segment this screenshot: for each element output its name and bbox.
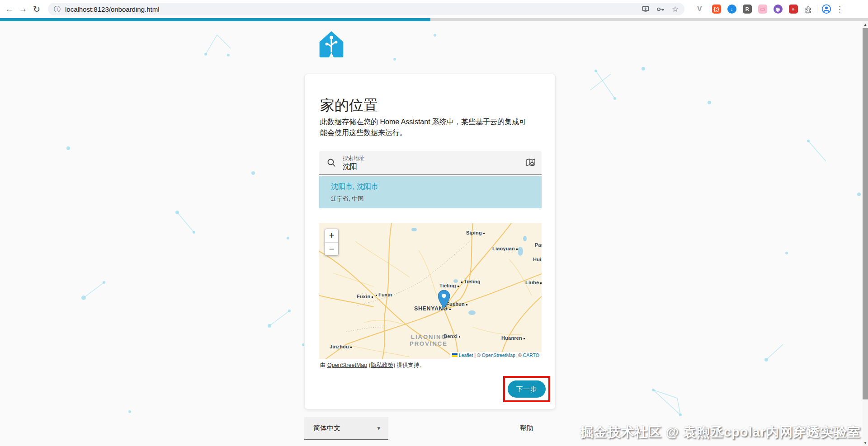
address-bar[interactable]: ⓘ localhost:8123/onboarding.html ☆ — [48, 3, 684, 15]
next-step-button[interactable]: 下一步 — [508, 380, 546, 398]
map-label-par: Par — [535, 242, 542, 248]
scrollbar-thumb[interactable] — [863, 28, 868, 399]
address-search-field[interactable]: 搜索地址 沈阳 — [319, 151, 542, 175]
json-formatter-extension-icon[interactable]: {;} — [712, 5, 721, 14]
leaflet-link[interactable]: Leaflet — [459, 352, 473, 358]
search-field-label: 搜索地址 — [343, 155, 364, 162]
map-label-fuxin: Fuxin — [357, 294, 374, 299]
tv-extension-icon[interactable]: ▭ — [758, 5, 767, 14]
copyright-symbol: © — [477, 352, 481, 358]
privacy-policy-link[interactable]: 隐私政策 — [371, 362, 393, 368]
page-scrollbar[interactable]: ▲ ▼ — [863, 21, 868, 446]
search-result-item[interactable]: 沈阳市, 沈阳市 辽宁省, 中国 — [319, 176, 542, 208]
map-attribution: Leaflet | © OpenStreetMap, © CARTO — [450, 352, 542, 359]
vimium-extension-icon[interactable]: V — [697, 5, 702, 13]
watermark-text: 掘金技术社区 @ 袁煦丞cpolar内网穿透实验室 — [580, 423, 861, 441]
powered-prefix: 由 — [320, 362, 327, 368]
language-select-value: 简体中文 — [313, 424, 340, 432]
bookmark-star-icon[interactable]: ☆ — [672, 5, 679, 13]
extension-icons: {;}↓R▭◉» — [712, 5, 798, 14]
language-select[interactable]: 简体中文 ▾ — [304, 417, 388, 440]
result-primary-text[interactable]: 沈阳市, 沈阳市 — [331, 182, 542, 192]
carto-link[interactable]: CARTO — [523, 352, 539, 358]
map-label-huin: Huin — [533, 257, 542, 262]
browser-toolbar: ← → ↻ ⓘ localhost:8123/onboarding.html ☆… — [0, 0, 868, 18]
location-pin-icon[interactable] — [438, 290, 450, 308]
help-link[interactable]: 帮助 — [520, 424, 533, 432]
map-label-liaoning: LIAONING — [411, 333, 447, 340]
r-extension-icon[interactable]: R — [743, 5, 752, 14]
map-label-liuhe: Liuhe — [525, 280, 542, 285]
fast-forward-extension-icon[interactable]: » — [789, 5, 798, 14]
osm-footer-link[interactable]: OpenStreetMap — [327, 362, 367, 368]
back-icon[interactable]: ← — [3, 4, 16, 14]
send-to-device-icon[interactable] — [642, 5, 650, 13]
powered-suffix: ) 提供支持。 — [393, 362, 425, 368]
map-zoom-control: + − — [325, 229, 339, 256]
chevron-down-icon: ▾ — [377, 425, 380, 432]
reload-icon[interactable]: ↻ — [30, 4, 43, 14]
page-description: 此数据存储在您的 Home Assistant 系统中，某些基于云的集成可能会使… — [320, 117, 530, 138]
location-map[interactable]: + − SipingLiaoyuanParHuinTielingTielingL… — [319, 223, 542, 359]
search-icon — [327, 158, 336, 167]
profile-avatar-icon[interactable] — [821, 4, 831, 14]
password-key-icon[interactable] — [656, 6, 665, 13]
map-label-fuxin: Fuxin — [374, 292, 392, 297]
attribution-separator: | — [474, 352, 476, 358]
map-label-huanren: Huanren — [501, 335, 526, 341]
url-text[interactable]: localhost:8123/onboarding.html — [65, 5, 159, 13]
scroll-down-icon[interactable]: ▼ — [863, 440, 868, 446]
map-label-province: PROVINCE — [410, 340, 448, 347]
powered-mid: ( — [367, 362, 371, 368]
map-label-siping: Siping — [466, 230, 486, 235]
scroll-up-icon[interactable]: ▲ — [863, 21, 868, 28]
map-label-jinzhou: Jinzhou — [330, 344, 353, 349]
chrome-menu-icon[interactable]: ⋮ — [836, 5, 844, 14]
downloader-extension-icon[interactable]: ↓ — [727, 5, 736, 14]
copyright-symbol-2: © — [518, 352, 522, 358]
openstreetmap-link[interactable]: OpenStreetMap, — [482, 352, 517, 358]
powered-by-text: 由 OpenStreetMap (隐私政策) 提供支持。 — [320, 361, 425, 369]
search-field-value[interactable]: 沈阳 — [343, 162, 357, 172]
map-label-tieling: Tieling — [439, 283, 460, 288]
extensions-puzzle-icon[interactable] — [804, 5, 813, 14]
result-secondary-text: 辽宁省, 中国 — [331, 195, 542, 203]
forward-icon[interactable]: → — [16, 4, 30, 14]
onboarding-progress-fill — [0, 18, 430, 21]
zoom-out-button[interactable]: − — [325, 242, 338, 255]
page-info-icon[interactable]: ⓘ — [54, 5, 61, 14]
ukraine-flag-icon — [452, 353, 458, 357]
red-highlight-annotation: 下一步 — [503, 376, 550, 402]
zoom-in-button[interactable]: + — [325, 229, 338, 242]
location-setup-card: 家的位置 此数据存储在您的 Home Assistant 系统中，某些基于云的集… — [304, 74, 556, 409]
map-label-liaoyuan: Liaoyuan — [492, 246, 519, 251]
map-label-benxi: Benxi — [443, 333, 462, 339]
map-label-tieling: Tieling — [460, 279, 481, 284]
page-title: 家的位置 — [320, 96, 378, 116]
onboarding-progress-track — [0, 18, 868, 21]
purple-ring-extension-icon[interactable]: ◉ — [774, 5, 783, 14]
home-assistant-logo — [317, 28, 345, 61]
toolbar-divider — [817, 5, 817, 13]
pick-on-map-icon[interactable] — [525, 158, 535, 168]
